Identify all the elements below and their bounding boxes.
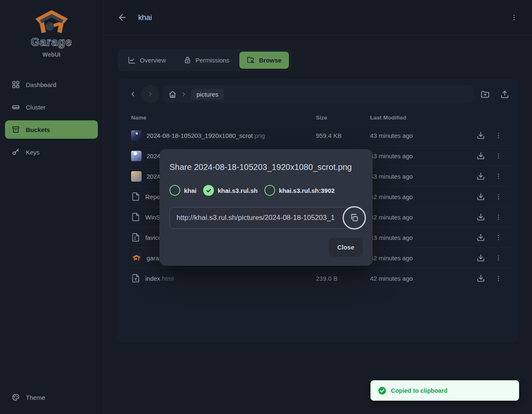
chart-icon — [128, 56, 136, 64]
home-icon[interactable] — [169, 90, 177, 98]
share-option-label: khai.s3.rul.sh:3902 — [279, 187, 335, 194]
lock-icon — [184, 56, 191, 64]
sidebar-item-label: Keys — [26, 149, 40, 156]
toast-notification: Copied to clipboard — [370, 380, 519, 401]
kebab-icon — [495, 234, 502, 241]
thumb-garage-logo-icon — [131, 253, 142, 263]
kebab-icon — [495, 275, 502, 282]
file-icon — [131, 192, 140, 201]
radio-unchecked-icon[interactable] — [169, 185, 180, 196]
file-modified: 42 minutes ago — [370, 275, 474, 282]
kebab-icon — [495, 152, 502, 160]
download-icon — [477, 213, 485, 221]
download-button[interactable] — [474, 210, 487, 224]
garage-logo-icon — [34, 9, 69, 35]
sidebar: Garage WebUI Dashboard Cluster Buckets — [0, 0, 103, 414]
close-button[interactable]: Close — [329, 238, 363, 257]
header-menu-button[interactable] — [508, 11, 520, 24]
share-option-label: khai — [184, 187, 196, 194]
thumb-picture-blue-icon — [131, 151, 142, 161]
page-title: khai — [138, 13, 152, 22]
theme-toggle[interactable]: Theme — [5, 388, 98, 407]
radio-unchecked-icon[interactable] — [264, 185, 275, 196]
kebab-icon — [495, 254, 502, 262]
download-button[interactable] — [474, 170, 487, 183]
column-modified: Last Modified — [370, 115, 474, 121]
tab-label: Overview — [140, 57, 166, 64]
share-modal-title: Share 2024-08-18-105203_1920x1080_scrot.… — [169, 162, 363, 172]
row-menu-button[interactable] — [492, 130, 505, 142]
folder-plus-icon — [481, 90, 490, 99]
back-button[interactable] — [115, 10, 130, 25]
share-option-label: khai.s3.rul.sh — [218, 187, 258, 194]
upload-button[interactable] — [498, 87, 512, 101]
copy-icon — [350, 213, 359, 222]
download-icon — [477, 172, 485, 180]
tab-browse[interactable]: Browse — [239, 52, 289, 69]
radio-checked-icon[interactable] — [203, 185, 214, 196]
row-menu-button[interactable] — [492, 191, 505, 203]
history-back-button[interactable] — [124, 86, 141, 102]
file-binary-icon — [131, 233, 140, 242]
row-menu-button[interactable] — [492, 150, 505, 162]
tab-permissions[interactable]: Permissions — [176, 52, 237, 69]
row-menu-button[interactable] — [492, 232, 505, 244]
row-menu-button[interactable] — [492, 252, 505, 264]
file-modified: 43 minutes ago — [370, 234, 474, 241]
column-size: Size — [316, 115, 370, 121]
file-modified: 42 minutes ago — [370, 193, 474, 200]
check-circle-icon — [378, 386, 387, 395]
kebab-icon — [495, 193, 502, 200]
theme-label: Theme — [26, 394, 45, 401]
file-name: 2024-08-18-105203_1920x1080_scrot.png — [147, 132, 265, 139]
palette-icon — [12, 393, 20, 402]
sidebar-item-cluster[interactable]: Cluster — [5, 98, 98, 116]
copy-url-button[interactable] — [343, 206, 366, 229]
sidebar-item-dashboard[interactable]: Dashboard — [5, 75, 98, 94]
sidebar-item-label: Cluster — [26, 104, 46, 111]
tab-label: Permissions — [196, 57, 230, 64]
share-modal: Share 2024-08-18-105203_1920x1080_scrot.… — [159, 149, 373, 266]
column-name: Name — [131, 115, 316, 121]
share-option-khai[interactable]: khai — [169, 185, 196, 196]
file-modified: 43 minutes ago — [370, 132, 474, 139]
cluster-icon — [12, 103, 20, 111]
tab-overview[interactable]: Overview — [120, 52, 174, 69]
download-button[interactable] — [474, 190, 487, 203]
tab-label: Browse — [259, 57, 281, 64]
kebab-icon — [510, 14, 518, 21]
toast-message: Copied to clipboard — [391, 387, 447, 394]
history-forward-button[interactable] — [141, 85, 159, 103]
file-icon — [131, 212, 140, 222]
file-name: index.html — [145, 275, 174, 282]
share-url-input[interactable] — [169, 207, 363, 229]
download-button[interactable] — [474, 149, 487, 162]
row-menu-button[interactable] — [492, 170, 505, 182]
file-modified: 42 minutes ago — [370, 254, 474, 262]
table-row[interactable]: index.html239.0 B42 minutes ago — [124, 268, 512, 288]
download-button[interactable] — [474, 231, 487, 244]
breadcrumb-folder[interactable]: pictures — [191, 89, 224, 100]
share-option-khai-s3[interactable]: khai.s3.rul.sh — [203, 185, 258, 196]
file-modified: 42 minutes ago — [370, 214, 474, 221]
arrow-left-icon — [117, 12, 127, 22]
chevron-right-icon — [181, 91, 187, 97]
sidebar-item-buckets[interactable]: Buckets — [5, 120, 98, 139]
new-folder-button[interactable] — [478, 87, 492, 101]
table-header: Name Size Last Modified — [124, 110, 512, 125]
folder-search-icon — [247, 56, 255, 64]
download-button[interactable] — [474, 129, 487, 142]
share-domain-options: khai khai.s3.rul.sh khai.s3.rul.sh:3902 — [169, 185, 363, 196]
keys-icon — [12, 148, 20, 156]
table-row[interactable]: 2024-08-18-105203_1920x1080_scrot.png959… — [124, 125, 512, 145]
sidebar-item-keys[interactable]: Keys — [5, 143, 98, 161]
dashboard-icon — [12, 80, 20, 89]
download-button[interactable] — [474, 272, 487, 285]
download-button[interactable] — [474, 251, 487, 264]
upload-icon — [500, 90, 509, 99]
thumb-picture-tan-icon — [131, 171, 142, 182]
row-menu-button[interactable] — [492, 211, 505, 223]
row-menu-button[interactable] — [492, 272, 505, 284]
download-icon — [477, 274, 485, 282]
share-option-khai-s3-3902[interactable]: khai.s3.rul.sh:3902 — [264, 185, 335, 196]
